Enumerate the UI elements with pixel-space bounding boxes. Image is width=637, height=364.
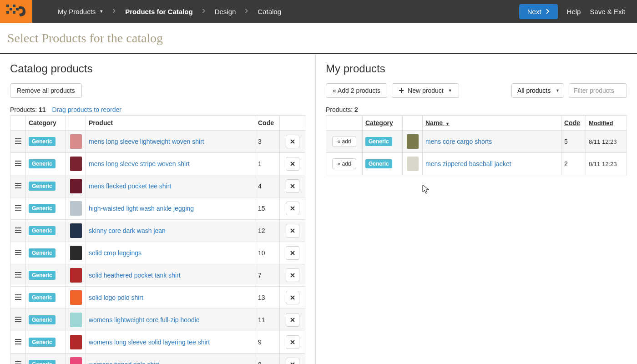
close-icon <box>290 295 295 300</box>
product-link[interactable]: mens core cargo shorts <box>425 138 492 145</box>
product-link[interactable]: womens lightweight core full-zip hoodie <box>89 316 200 324</box>
close-icon <box>290 318 295 322</box>
product-link[interactable]: womens tipped polo shirt <box>89 361 159 364</box>
breadcrumb: My Products ▼ Products for Catalog Desig… <box>32 8 288 15</box>
table-row: Generic solid logo polo shirt 13 <box>10 287 305 309</box>
product-name-cell: womens long sleeve solid layering tee sh… <box>86 331 255 354</box>
app-logo[interactable] <box>0 0 32 23</box>
save-exit-link[interactable]: Save & Exit <box>590 8 625 15</box>
product-thumbnail <box>70 223 82 238</box>
category-cell: Generic <box>26 264 66 287</box>
add-product-button[interactable]: « add <box>332 158 356 169</box>
product-link[interactable]: solid logo polo shirt <box>89 294 143 301</box>
remove-product-button[interactable] <box>286 291 299 304</box>
remove-product-button[interactable] <box>286 358 299 364</box>
drag-handle[interactable] <box>10 264 26 287</box>
next-button[interactable]: Next <box>519 4 558 19</box>
logo-icon <box>6 5 26 18</box>
remove-product-button[interactable] <box>286 202 299 215</box>
drag-handle[interactable] <box>10 309 26 331</box>
table-row: Generic womens long sleeve solid layerin… <box>10 331 305 354</box>
remove-all-products-button[interactable]: Remove all products <box>10 83 82 98</box>
breadcrumb-my-products[interactable]: My Products ▼ <box>51 8 111 15</box>
category-badge: Generic <box>29 338 56 347</box>
breadcrumb-design[interactable]: Design <box>207 8 243 15</box>
content: Catalog products Remove all products Pro… <box>0 54 637 364</box>
close-icon <box>290 251 295 255</box>
close-icon <box>290 162 295 166</box>
thumbnail-cell <box>403 131 423 153</box>
drag-handle[interactable] <box>10 287 26 309</box>
product-thumbnail <box>70 134 82 149</box>
close-icon <box>290 228 295 233</box>
code-cell: 4 <box>255 175 280 197</box>
action-cell <box>280 242 305 264</box>
product-thumbnail <box>70 179 82 193</box>
remove-product-button[interactable] <box>286 157 299 171</box>
col-code[interactable]: Code <box>561 116 586 131</box>
remove-product-button[interactable] <box>286 179 299 193</box>
remove-product-button[interactable] <box>286 313 299 327</box>
category-badge: Generic <box>29 293 56 302</box>
thumbnail-cell <box>66 242 86 264</box>
product-link[interactable]: solid crop leggings <box>89 249 142 257</box>
col-modified[interactable]: Modified <box>586 116 627 131</box>
table-row: Generic mens long sleeve stripe woven sh… <box>10 153 305 175</box>
close-icon <box>290 184 295 188</box>
drag-handle[interactable] <box>10 153 26 175</box>
add-product-button[interactable]: « add <box>332 136 356 147</box>
remove-product-button[interactable] <box>286 268 299 282</box>
product-name-cell: skinny core dark wash jean <box>86 220 255 242</box>
product-link[interactable]: mens long sleeve stripe woven shirt <box>89 160 190 167</box>
drag-handle[interactable] <box>10 220 26 242</box>
add-selected-products-button[interactable]: « Add 2 products <box>326 83 387 98</box>
category-badge: Generic <box>29 360 56 364</box>
help-link[interactable]: Help <box>567 8 581 15</box>
col-name[interactable]: Name ▼ <box>423 116 561 131</box>
thumbnail-cell <box>66 197 86 220</box>
close-icon <box>290 206 295 211</box>
product-link[interactable]: mens zippered baseball jacket <box>425 160 511 167</box>
product-link[interactable]: womens long sleeve solid layering tee sh… <box>89 339 210 346</box>
category-badge: Generic <box>29 248 56 258</box>
new-product-button[interactable]: New product ▼ <box>392 83 459 98</box>
product-link[interactable]: solid heathered pocket tank shirt <box>89 272 181 279</box>
code-cell: 9 <box>255 331 280 354</box>
drag-handle[interactable] <box>10 331 26 354</box>
category-cell: Generic <box>26 287 66 309</box>
col-category[interactable]: Category <box>363 116 403 131</box>
thumbnail-cell <box>66 264 86 287</box>
drag-handle[interactable] <box>10 197 26 220</box>
thumbnail-cell <box>403 153 423 175</box>
drag-handle[interactable] <box>10 131 26 153</box>
product-thumbnail <box>70 357 82 364</box>
code-cell: 1 <box>255 153 280 175</box>
drag-handle[interactable] <box>10 354 26 364</box>
table-row: Generic womens lightweight core full-zip… <box>10 309 305 331</box>
product-name-cell: solid heathered pocket tank shirt <box>86 264 255 287</box>
category-cell: Generic <box>363 153 403 175</box>
product-link[interactable]: mens flecked pocket tee shirt <box>89 182 171 190</box>
table-row: « add Generic mens zippered baseball jac… <box>326 153 627 175</box>
drag-handle[interactable] <box>10 242 26 264</box>
thumbnail-cell <box>66 309 86 331</box>
remove-product-button[interactable] <box>286 135 299 148</box>
product-filter-select[interactable]: All products <box>511 83 564 98</box>
product-link[interactable]: skinny core dark wash jean <box>89 227 166 234</box>
remove-product-button[interactable] <box>286 246 299 260</box>
product-link[interactable]: mens long sleeve lightweight woven shirt <box>89 138 204 145</box>
svg-rect-4 <box>6 11 9 14</box>
code-cell: 15 <box>255 197 280 220</box>
remove-product-button[interactable] <box>286 224 299 238</box>
remove-product-button[interactable] <box>286 335 299 349</box>
table-row: Generic mens flecked pocket tee shirt 4 <box>10 175 305 197</box>
product-link[interactable]: high-waisted light wash ankle jegging <box>89 205 194 212</box>
filter-products-input[interactable] <box>569 83 627 98</box>
product-thumbnail <box>70 335 82 349</box>
breadcrumb-catalog[interactable]: Catalog <box>250 8 288 15</box>
svg-rect-5 <box>13 11 15 14</box>
breadcrumb-products-for-catalog[interactable]: Products for Catalog <box>118 8 200 15</box>
action-cell <box>280 264 305 287</box>
drag-handle[interactable] <box>10 175 26 197</box>
action-cell <box>280 354 305 364</box>
